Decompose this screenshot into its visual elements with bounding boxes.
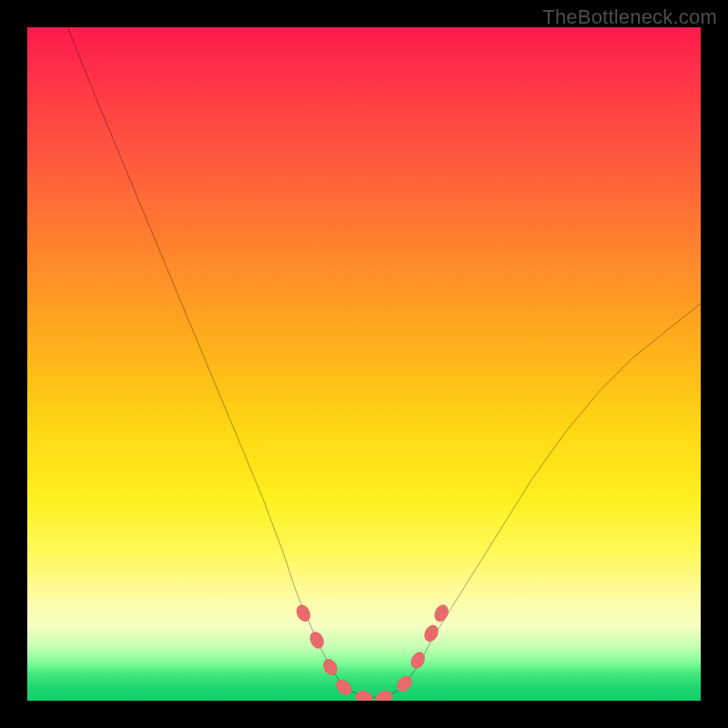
curve-marker xyxy=(294,602,313,623)
curve-marker xyxy=(333,677,355,698)
curve-marker xyxy=(320,656,340,678)
curve-marker xyxy=(394,673,415,695)
plot-area xyxy=(27,27,701,701)
chart-svg xyxy=(27,27,701,701)
chart-frame: TheBottleneck.com xyxy=(0,0,728,728)
curve-marker xyxy=(354,689,374,701)
watermark-text: TheBottleneck.com xyxy=(542,5,717,29)
bottleneck-curve xyxy=(67,27,701,697)
marker-group xyxy=(294,602,451,701)
curve-marker xyxy=(432,602,451,623)
curve-marker xyxy=(408,650,427,672)
curve-marker xyxy=(374,689,395,701)
curve-marker xyxy=(421,622,440,643)
curve-marker xyxy=(308,630,327,651)
